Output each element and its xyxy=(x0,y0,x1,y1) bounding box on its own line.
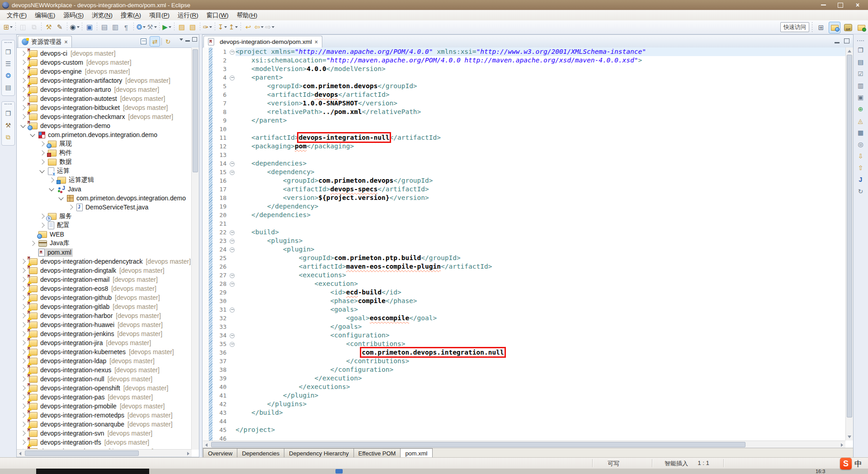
chevron-right-icon[interactable] xyxy=(20,412,25,417)
open-folder-button[interactable]: ▨ xyxy=(176,22,187,33)
tree-item[interactable]: devops-integration-jenkins[devops master… xyxy=(17,329,192,338)
refresh-button[interactable]: ↻ xyxy=(163,37,173,46)
tree-item[interactable]: 展现 xyxy=(17,139,192,148)
menu-project[interactable]: 项目(P) xyxy=(145,10,174,20)
build-hammer-button[interactable]: ⚒ xyxy=(146,22,157,33)
chevron-right-icon[interactable] xyxy=(49,177,54,182)
search-mini-icon[interactable]: ◎ xyxy=(855,139,866,150)
save-all-button[interactable]: ⧉ xyxy=(28,22,39,33)
properties-icon[interactable]: ▥ xyxy=(855,80,866,91)
menu-navigate[interactable]: 浏览(N) xyxy=(88,10,117,20)
chevron-right-icon[interactable] xyxy=(20,358,25,363)
chevron-right-icon[interactable] xyxy=(20,268,25,273)
explorer-tab[interactable]: 资源管理器 × xyxy=(18,36,72,47)
chevron-down-icon[interactable] xyxy=(49,186,54,191)
import-dropdown-icon[interactable] xyxy=(224,26,227,28)
explorer-horizontal-scrollbar[interactable] xyxy=(17,449,192,457)
tree-item[interactable]: devops-integration-ldap[devops master] xyxy=(17,356,192,365)
fold-column[interactable] xyxy=(229,168,236,176)
chevron-right-icon[interactable] xyxy=(20,367,25,372)
chevron-right-icon[interactable] xyxy=(39,150,44,155)
chevron-right-icon[interactable] xyxy=(20,322,25,327)
tree-item[interactable]: devops-integration-tfs[devops master] xyxy=(17,438,192,447)
fold-column[interactable] xyxy=(229,159,236,168)
tree-item[interactable]: devops-integration-sonarqube[devops mast… xyxy=(17,420,192,429)
tree-item[interactable]: WEB xyxy=(17,230,192,239)
scroll-up-icon[interactable] xyxy=(848,50,851,52)
fold-collapse-icon[interactable] xyxy=(230,273,235,278)
scroll-left-icon[interactable] xyxy=(19,452,21,455)
annotation-ruler[interactable] xyxy=(203,47,209,441)
chevron-right-icon[interactable] xyxy=(20,304,25,309)
show-view-a-button[interactable]: ▤ xyxy=(99,22,110,33)
editor-maximize-icon[interactable] xyxy=(844,38,849,43)
fold-column[interactable] xyxy=(229,228,236,237)
data-explorer-icon[interactable]: ☰ xyxy=(3,58,14,69)
fold-column[interactable] xyxy=(229,47,236,56)
import-button[interactable]: ↧ xyxy=(217,22,228,33)
tree-item[interactable]: devops-integration-pmobile[devops master… xyxy=(17,402,192,411)
ant-view-icon[interactable]: ⚒ xyxy=(3,120,14,131)
import-mini-icon[interactable]: ⇩ xyxy=(855,151,866,161)
chevron-right-icon[interactable] xyxy=(20,69,25,74)
view-maximize-icon[interactable] xyxy=(192,37,197,42)
annotate-pen-dropdown-icon[interactable] xyxy=(209,26,212,28)
fold-collapse-icon[interactable] xyxy=(230,161,235,166)
tree-item[interactable]: devops-integration-pas[devops master] xyxy=(17,393,192,402)
tree-item[interactable]: devops-integration-email[devops master] xyxy=(17,275,192,284)
run-button[interactable]: ▶ xyxy=(161,22,172,33)
scroll-down-icon[interactable] xyxy=(848,436,851,438)
tree-item[interactable]: devops-integration-github[devops master] xyxy=(17,293,192,302)
chevron-right-icon[interactable] xyxy=(39,159,44,164)
maximize-button[interactable] xyxy=(832,1,849,9)
menu-file[interactable]: 文件(F) xyxy=(3,10,31,20)
fold-column[interactable] xyxy=(229,331,236,340)
quick-access-box[interactable]: 快速访问 xyxy=(780,22,809,32)
templates-view-icon[interactable]: ⧉ xyxy=(3,132,14,142)
chevron-down-icon[interactable] xyxy=(39,168,44,173)
fold-collapse-icon[interactable] xyxy=(230,230,235,235)
explorer-vertical-scrollbar[interactable] xyxy=(191,47,199,450)
tree-item[interactable]: devops-integration-openshift[devops mast… xyxy=(17,384,192,393)
sogou-input-icon[interactable]: S xyxy=(840,458,852,469)
fold-column[interactable] xyxy=(229,305,236,314)
minimize-button[interactable] xyxy=(815,1,832,9)
tree-item[interactable]: devops-integration-dingtalk[devops maste… xyxy=(17,266,192,275)
new-wizard-dropdown-icon[interactable] xyxy=(10,26,13,28)
run-script-button[interactable]: ✎ xyxy=(54,22,65,33)
tree-item[interactable]: devops-ci[devops master] xyxy=(17,49,192,58)
tree-item[interactable]: devops-integration-checkmarx[devops mast… xyxy=(17,112,192,121)
tree-item[interactable]: devops-integration-null[devops master] xyxy=(17,374,192,384)
tree-item[interactable]: 构件 xyxy=(17,148,192,157)
chevron-right-icon[interactable] xyxy=(20,403,25,408)
chevron-right-icon[interactable] xyxy=(20,286,25,291)
last-edit-location-button[interactable]: ↩ xyxy=(243,22,254,33)
tree-item[interactable]: devops-integration-remotedps[devops mast… xyxy=(17,411,192,420)
editor-minimize-icon[interactable] xyxy=(835,42,840,43)
tree-item[interactable]: 数据 xyxy=(17,157,192,166)
quick-diff-ruler[interactable] xyxy=(209,47,212,441)
code-area[interactable]: 1<project xmlns="http://maven.apache.org… xyxy=(203,47,845,441)
tree-item[interactable]: devops-integration-harbor[devops master] xyxy=(17,311,192,320)
annotate-pen-button[interactable]: ✑ xyxy=(202,22,213,33)
pom-page-tab-overview[interactable]: Overview xyxy=(203,448,237,458)
chevron-right-icon[interactable] xyxy=(20,376,25,381)
eos-explorer-icon[interactable]: ❂ xyxy=(3,70,14,81)
chevron-right-icon[interactable] xyxy=(39,213,44,218)
fold-collapse-icon[interactable] xyxy=(230,333,235,338)
tree-item[interactable]: com.primeton.devops.integration.demo xyxy=(17,194,192,203)
tree-item[interactable]: pom.xml xyxy=(17,248,192,257)
tree-item[interactable]: DemoServiceTest.java xyxy=(17,203,192,212)
tree-item[interactable]: devops-integration-eos8[devops master] xyxy=(17,284,192,293)
fold-column[interactable] xyxy=(229,280,236,288)
fold-collapse-icon[interactable] xyxy=(230,76,235,81)
task-list-icon[interactable]: ☑ xyxy=(855,68,866,79)
tree-item[interactable]: devops-integration-autotest[devops maste… xyxy=(17,94,192,103)
chevron-right-icon[interactable] xyxy=(30,241,35,246)
fold-column[interactable] xyxy=(229,245,236,254)
chevron-down-icon[interactable] xyxy=(30,132,35,137)
link-with-editor-button[interactable]: ⇄ xyxy=(150,36,160,47)
back-dropdown-icon[interactable] xyxy=(261,26,264,28)
outline-icon[interactable]: ▤ xyxy=(855,57,866,67)
tree-item[interactable]: devops-integration-jira[devops master] xyxy=(17,338,192,347)
